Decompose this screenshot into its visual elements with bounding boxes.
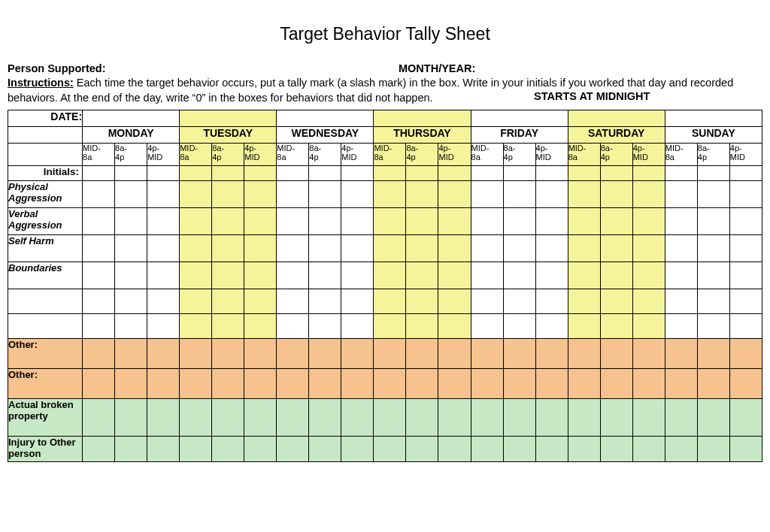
initials-cell[interactable]	[244, 166, 277, 181]
tally-cell[interactable]	[535, 262, 568, 289]
tally-cell[interactable]	[277, 262, 309, 289]
tally-cell[interactable]	[244, 235, 277, 262]
tally-cell[interactable]	[309, 235, 341, 262]
tally-cell[interactable]	[212, 208, 244, 235]
tally-cell[interactable]	[568, 369, 600, 399]
tally-cell[interactable]	[568, 289, 600, 314]
tally-cell[interactable]	[374, 208, 406, 235]
tally-cell[interactable]	[729, 339, 762, 369]
tally-cell[interactable]	[632, 314, 665, 339]
tally-cell[interactable]	[277, 208, 309, 235]
initials-cell[interactable]	[309, 166, 341, 181]
initials-cell[interactable]	[212, 166, 244, 181]
tally-cell[interactable]	[115, 369, 147, 399]
tally-cell[interactable]	[632, 181, 665, 208]
tally-cell[interactable]	[374, 235, 406, 262]
tally-cell[interactable]	[503, 235, 535, 262]
tally-cell[interactable]	[697, 314, 729, 339]
tally-cell[interactable]	[244, 289, 277, 314]
tally-cell[interactable]	[83, 399, 115, 437]
tally-cell[interactable]	[729, 437, 762, 462]
tally-cell[interactable]	[568, 181, 600, 208]
tally-cell[interactable]	[180, 369, 212, 399]
date-cell[interactable]	[83, 110, 180, 127]
tally-cell[interactable]	[471, 181, 503, 208]
tally-cell[interactable]	[729, 399, 762, 437]
tally-cell[interactable]	[535, 208, 568, 235]
tally-cell[interactable]	[147, 437, 180, 462]
tally-cell[interactable]	[438, 314, 471, 339]
tally-cell[interactable]	[341, 339, 374, 369]
tally-cell[interactable]	[212, 235, 244, 262]
date-cell[interactable]	[277, 110, 374, 127]
tally-cell[interactable]	[212, 181, 244, 208]
tally-cell[interactable]	[341, 262, 374, 289]
tally-cell[interactable]	[147, 369, 180, 399]
tally-cell[interactable]	[600, 181, 632, 208]
tally-cell[interactable]	[147, 399, 180, 437]
tally-cell[interactable]	[406, 339, 438, 369]
tally-cell[interactable]	[374, 369, 406, 399]
tally-cell[interactable]	[277, 369, 309, 399]
tally-cell[interactable]	[503, 262, 535, 289]
tally-cell[interactable]	[600, 369, 632, 399]
tally-cell[interactable]	[212, 437, 244, 462]
tally-cell[interactable]	[471, 208, 503, 235]
tally-cell[interactable]	[83, 437, 115, 462]
tally-cell[interactable]	[83, 262, 115, 289]
tally-cell[interactable]	[212, 369, 244, 399]
tally-cell[interactable]	[244, 262, 277, 289]
initials-cell[interactable]	[600, 166, 632, 181]
tally-cell[interactable]	[471, 339, 503, 369]
initials-cell[interactable]	[115, 166, 147, 181]
date-cell[interactable]	[471, 110, 568, 127]
tally-cell[interactable]	[374, 399, 406, 437]
initials-cell[interactable]	[665, 166, 697, 181]
tally-cell[interactable]	[632, 235, 665, 262]
tally-cell[interactable]	[632, 369, 665, 399]
tally-cell[interactable]	[471, 314, 503, 339]
tally-cell[interactable]	[471, 437, 503, 462]
initials-cell[interactable]	[374, 166, 406, 181]
tally-cell[interactable]	[180, 437, 212, 462]
tally-cell[interactable]	[374, 339, 406, 369]
tally-cell[interactable]	[665, 235, 697, 262]
tally-cell[interactable]	[115, 208, 147, 235]
tally-cell[interactable]	[729, 262, 762, 289]
tally-cell[interactable]	[147, 289, 180, 314]
tally-cell[interactable]	[212, 339, 244, 369]
tally-cell[interactable]	[665, 262, 697, 289]
tally-cell[interactable]	[503, 208, 535, 235]
tally-cell[interactable]	[115, 262, 147, 289]
tally-cell[interactable]	[438, 369, 471, 399]
tally-cell[interactable]	[406, 289, 438, 314]
tally-cell[interactable]	[406, 399, 438, 437]
tally-cell[interactable]	[83, 235, 115, 262]
tally-cell[interactable]	[277, 399, 309, 437]
tally-cell[interactable]	[535, 289, 568, 314]
tally-cell[interactable]	[147, 262, 180, 289]
tally-cell[interactable]	[665, 437, 697, 462]
tally-cell[interactable]	[83, 289, 115, 314]
tally-cell[interactable]	[503, 181, 535, 208]
tally-cell[interactable]	[244, 314, 277, 339]
tally-cell[interactable]	[309, 399, 341, 437]
tally-cell[interactable]	[568, 262, 600, 289]
tally-cell[interactable]	[438, 339, 471, 369]
tally-cell[interactable]	[665, 208, 697, 235]
tally-cell[interactable]	[244, 339, 277, 369]
tally-cell[interactable]	[115, 399, 147, 437]
tally-cell[interactable]	[309, 208, 341, 235]
tally-cell[interactable]	[244, 369, 277, 399]
tally-cell[interactable]	[147, 181, 180, 208]
tally-cell[interactable]	[471, 399, 503, 437]
tally-cell[interactable]	[471, 289, 503, 314]
initials-cell[interactable]	[341, 166, 374, 181]
tally-cell[interactable]	[406, 181, 438, 208]
tally-cell[interactable]	[665, 399, 697, 437]
tally-cell[interactable]	[406, 437, 438, 462]
tally-cell[interactable]	[147, 235, 180, 262]
tally-cell[interactable]	[180, 181, 212, 208]
tally-cell[interactable]	[729, 369, 762, 399]
tally-cell[interactable]	[568, 208, 600, 235]
